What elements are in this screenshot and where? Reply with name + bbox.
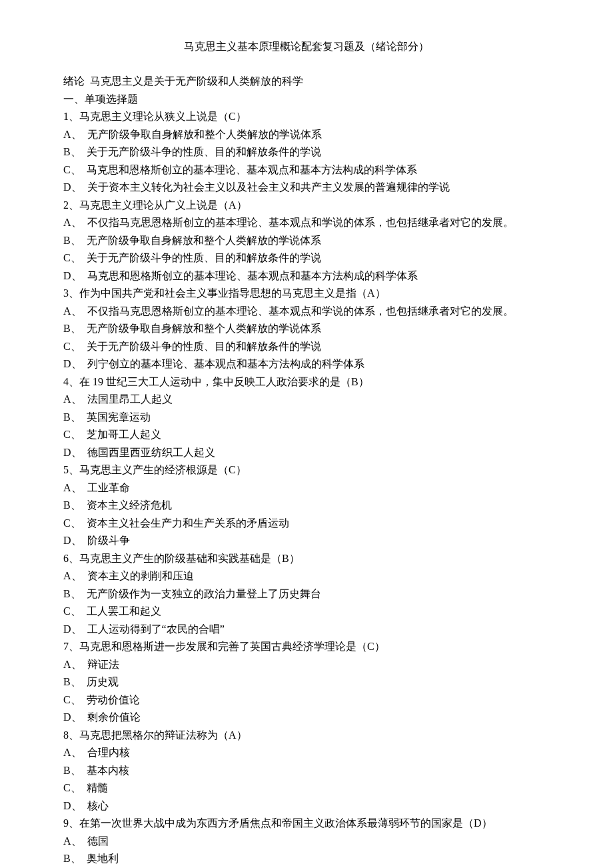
- text-line: C、 精髓: [63, 779, 550, 797]
- text-line: A、 不仅指马克思恩格斯创立的基本理论、基本观点和学说的体系，也包括继承者对它的…: [63, 303, 550, 321]
- text-line: B、 资本主义经济危机: [63, 497, 550, 515]
- text-line: 绪论 马克思主义是关于无产阶级和人类解放的科学: [63, 73, 550, 91]
- text-line: A、 不仅指马克思恩格斯创立的基本理论、基本观点和学说的体系，也包括继承者对它的…: [63, 214, 550, 232]
- text-line: A、 资本主义的剥削和压迫: [63, 567, 550, 585]
- text-line: 1、马克思主义理论从狭义上说是（C）: [63, 108, 550, 126]
- text-line: A、 合理内核: [63, 744, 550, 762]
- text-line: C、 关于无产阶级斗争的性质、目的和解放条件的学说: [63, 249, 550, 267]
- text-line: D、 关于资本主义转化为社会主义以及社会主义和共产主义发展的普遍规律的学说: [63, 179, 550, 197]
- text-line: A、 无产阶级争取自身解放和整个人类解放的学说体系: [63, 126, 550, 144]
- text-line: C、 芝加哥工人起义: [63, 426, 550, 444]
- text-line: D、 列宁创立的基本理论、基本观点和基本方法构成的科学体系: [63, 355, 550, 373]
- text-line: 2、马克思主义理论从广义上说是（A）: [63, 197, 550, 215]
- text-line: 3、作为中国共产党和社会主义事业指导思想的马克思主义是指（A）: [63, 285, 550, 303]
- document-page: 马克思主义基本原理概论配套复习题及（绪论部分） 绪论 马克思主义是关于无产阶级和…: [0, 0, 613, 868]
- text-line: C、 劳动价值论: [63, 691, 550, 709]
- text-line: 4、在 19 世纪三大工人运动中，集中反映工人政治要求的是（B）: [63, 373, 550, 391]
- document-title: 马克思主义基本原理概论配套复习题及（绪论部分）: [63, 40, 550, 54]
- text-line: C、 关于无产阶级斗争的性质、目的和解放条件的学说: [63, 338, 550, 356]
- text-line: D、 马克思和恩格斯创立的基本理论、基本观点和基本方法构成的科学体系: [63, 267, 550, 285]
- text-line: D、 德国西里西亚纺织工人起义: [63, 444, 550, 462]
- text-line: 8、马克思把黑格尔的辩证法称为（A）: [63, 727, 550, 745]
- text-line: C、 资本主义社会生产力和生产关系的矛盾运动: [63, 515, 550, 533]
- document-content: 绪论 马克思主义是关于无产阶级和人类解放的科学一、单项选择题1、马克思主义理论从…: [63, 73, 550, 868]
- text-line: D、 剩余价值论: [63, 709, 550, 727]
- text-line: C、 工人罢工和起义: [63, 603, 550, 621]
- text-line: A、 辩证法: [63, 656, 550, 674]
- text-line: 7、马克思和恩格斯进一步发展和完善了英国古典经济学理论是（C）: [63, 638, 550, 656]
- text-line: B、 关于无产阶级斗争的性质、目的和解放条件的学说: [63, 143, 550, 161]
- text-line: 9、在第一次世界大战中成为东西方矛盾焦点和帝国主义政治体系最薄弱环节的国家是（D…: [63, 815, 550, 833]
- text-line: B、 历史观: [63, 673, 550, 691]
- text-line: A、 法国里昂工人起义: [63, 391, 550, 409]
- text-line: A、 工业革命: [63, 479, 550, 497]
- text-line: B、 无产阶级争取自身解放和整个人类解放的学说体系: [63, 232, 550, 250]
- text-line: 一、单项选择题: [63, 91, 550, 109]
- text-line: C、 马克思和恩格斯创立的基本理论、基本观点和基本方法构成的科学体系: [63, 161, 550, 179]
- text-line: B、 英国宪章运动: [63, 409, 550, 427]
- text-line: D、 核心: [63, 797, 550, 815]
- text-line: B、 基本内核: [63, 762, 550, 780]
- text-line: 5、马克思主义产生的经济根源是（C）: [63, 461, 550, 479]
- text-line: B、 奥地利: [63, 850, 550, 868]
- text-line: 6、马克思主义产生的阶级基础和实践基础是（B）: [63, 550, 550, 568]
- text-line: D、 工人运动得到了“农民的合唱”: [63, 621, 550, 639]
- text-line: D、 阶级斗争: [63, 532, 550, 550]
- text-line: B、 无产阶级争取自身解放和整个人类解放的学说体系: [63, 320, 550, 338]
- text-line: A、 德国: [63, 833, 550, 851]
- text-line: B、 无产阶级作为一支独立的政治力量登上了历史舞台: [63, 585, 550, 603]
